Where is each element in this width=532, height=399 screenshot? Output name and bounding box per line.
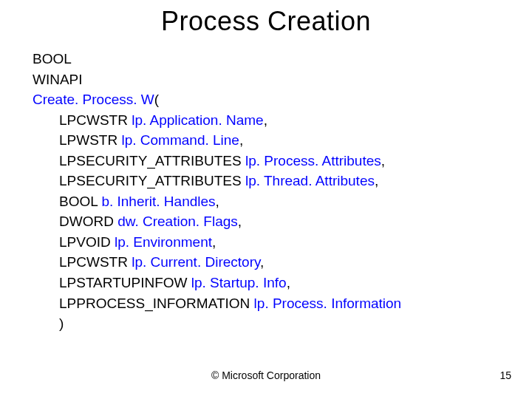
param-line: LPSECURITY_ATTRIBUTES lp. Process. Attri… <box>33 151 505 171</box>
param-name: lp. Application. Name <box>132 112 264 128</box>
page-number: 15 <box>499 369 511 381</box>
return-type: BOOL <box>33 49 505 69</box>
param-tail: , <box>264 112 267 128</box>
param-tail: , <box>375 173 378 188</box>
slide: Process Creation BOOL WINAPI Create. Pro… <box>0 0 532 399</box>
copyright-footer: © Microsoft Corporation <box>0 369 532 381</box>
param-name: lp. Process. Information <box>254 296 402 311</box>
param-name: dw. Creation. Flags <box>117 214 238 229</box>
param-name: lp. Environment <box>115 234 212 250</box>
param-line: BOOL b. Inherit. Handles, <box>33 191 505 212</box>
function-name: Create. Process. W <box>33 92 154 107</box>
param-type: LPSTARTUPINFOW <box>59 275 191 290</box>
close-paren: ) <box>33 313 505 334</box>
param-line: LPWSTR lp. Command. Line, <box>33 130 505 151</box>
param-name: lp. Current. Directory <box>132 254 260 270</box>
param-type: LPPROCESS_INFORMATION <box>59 296 254 311</box>
param-type: LPVOID <box>59 234 115 250</box>
param-line: LPSTARTUPINFOW lp. Startup. Info, <box>33 273 505 293</box>
func-decl-line: Create. Process. W( <box>33 89 505 110</box>
param-line: DWORD dw. Creation. Flags, <box>33 211 505 232</box>
open-paren: ( <box>154 92 159 107</box>
param-type: BOOL <box>59 194 101 209</box>
param-name: lp. Startup. Info <box>191 275 287 290</box>
param-name: lp. Command. Line <box>121 132 239 148</box>
param-type: LPCWSTR <box>59 112 132 128</box>
param-tail: , <box>287 275 290 290</box>
param-line: LPCWSTR lp. Current. Directory, <box>33 252 505 273</box>
param-tail: , <box>239 132 243 148</box>
param-line: LPPROCESS_INFORMATION lp. Process. Infor… <box>33 293 505 314</box>
param-tail: , <box>212 234 216 250</box>
param-type: LPCWSTR <box>59 254 132 270</box>
param-name: lp. Process. Attributes <box>245 153 381 168</box>
param-type: LPSECURITY_ATTRIBUTES <box>59 153 245 168</box>
param-tail: , <box>260 254 264 270</box>
param-type: DWORD <box>59 214 117 229</box>
param-tail: , <box>216 194 219 209</box>
param-type: LPWSTR <box>59 132 121 148</box>
code-block: BOOL WINAPI Create. Process. W( LPCWSTR … <box>33 49 505 334</box>
param-line: LPCWSTR lp. Application. Name, <box>33 110 505 131</box>
param-tail: , <box>238 214 242 229</box>
param-name: b. Inherit. Handles <box>101 194 215 209</box>
slide-title: Process Creation <box>0 6 532 37</box>
param-line: LPSECURITY_ATTRIBUTES lp. Thread. Attrib… <box>33 171 505 191</box>
param-line: LPVOID lp. Environment, <box>33 232 505 253</box>
calling-convention: WINAPI <box>33 69 505 90</box>
param-type: LPSECURITY_ATTRIBUTES <box>59 173 245 188</box>
param-tail: , <box>381 153 385 168</box>
param-name: lp. Thread. Attributes <box>245 173 375 188</box>
